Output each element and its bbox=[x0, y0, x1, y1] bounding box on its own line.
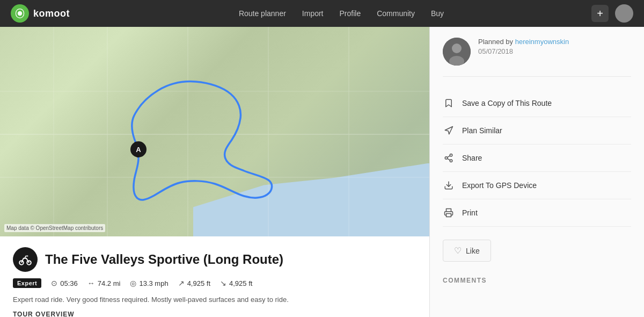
save-copy-label: Save a Copy of This Route bbox=[462, 99, 552, 107]
svg-point-11 bbox=[27, 255, 28, 256]
plan-similar-label: Plan Similar bbox=[462, 126, 502, 135]
nav-profile[interactable]: Profile bbox=[340, 9, 361, 18]
left-panel: A Map data © OpenStreetMap contributors … bbox=[0, 27, 429, 317]
difficulty-badge: Expert bbox=[13, 278, 41, 288]
export-gps-label: Export To GPS Device bbox=[462, 181, 537, 190]
planner-date: 05/07/2018 bbox=[478, 47, 631, 55]
distance-icon: ↔ bbox=[87, 279, 95, 287]
like-button[interactable]: ♡ Like bbox=[443, 240, 491, 262]
nav-community[interactable]: Community bbox=[377, 9, 415, 18]
route-info: The Five Valleys Sportive (Long Route) E… bbox=[0, 236, 429, 317]
compass-icon bbox=[443, 125, 455, 136]
map-background: A bbox=[0, 27, 429, 236]
svg-line-19 bbox=[447, 158, 450, 160]
elevation-down-icon: ↘ bbox=[220, 279, 226, 287]
header: komoot Route planner Import Profile Comm… bbox=[0, 0, 644, 27]
logo-icon bbox=[11, 4, 29, 23]
save-copy-action[interactable]: Save a Copy of This Route bbox=[443, 90, 631, 117]
print-label: Print bbox=[462, 208, 478, 217]
like-label: Like bbox=[466, 247, 480, 255]
map-credit: Map data © OpenStreetMap contributors bbox=[4, 224, 105, 232]
stat-elevation-up: ↗ 4,925 ft bbox=[178, 279, 210, 287]
stat-elevation-down: ↘ 4,925 ft bbox=[220, 279, 252, 287]
nav-import[interactable]: Import bbox=[302, 9, 324, 18]
route-path-svg bbox=[0, 27, 429, 236]
elevation-up-icon: ↗ bbox=[178, 279, 185, 287]
stat-distance: ↔ 74.2 mi bbox=[87, 279, 121, 287]
heart-icon: ♡ bbox=[454, 246, 462, 256]
export-gps-action[interactable]: Export To GPS Device bbox=[443, 172, 631, 199]
main-nav: Route planner Import Profile Community B… bbox=[91, 9, 591, 18]
like-section: ♡ Like bbox=[443, 240, 631, 262]
map-container[interactable]: A Map data © OpenStreetMap contributors bbox=[0, 27, 429, 236]
share-label: Share bbox=[462, 154, 482, 162]
right-panel: Planned by hereinmyownskin 05/07/2018 Sa… bbox=[429, 27, 644, 317]
plan-similar-action[interactable]: Plan Similar bbox=[443, 117, 631, 145]
bike-icon-circle bbox=[13, 247, 38, 272]
nav-buy[interactable]: Buy bbox=[431, 9, 444, 18]
main-layout: A Map data © OpenStreetMap contributors … bbox=[0, 27, 644, 317]
logo-text: komoot bbox=[33, 8, 70, 19]
planner-section: Planned by hereinmyownskin 05/07/2018 bbox=[443, 38, 631, 77]
planner-name-link[interactable]: hereinmyownskin bbox=[515, 38, 569, 46]
comments-label: COMMENTS bbox=[443, 277, 631, 284]
svg-marker-15 bbox=[445, 127, 452, 134]
clock-icon: ⊙ bbox=[51, 279, 57, 287]
header-right: + bbox=[591, 4, 633, 23]
planned-by-text: Planned by hereinmyownskin bbox=[478, 38, 631, 46]
stat-speed: ◎ 13.3 mph bbox=[130, 279, 168, 287]
stat-duration: ⊙ 05:36 bbox=[51, 279, 78, 287]
action-list: Save a Copy of This Route Plan Similar bbox=[443, 90, 631, 227]
comments-section: COMMENTS bbox=[443, 277, 631, 284]
tour-overview-label: TOUR OVERVIEW bbox=[13, 311, 416, 318]
svg-rect-22 bbox=[447, 214, 451, 217]
share-icon bbox=[443, 152, 455, 164]
speed-icon: ◎ bbox=[130, 279, 136, 287]
logo-area[interactable]: komoot bbox=[11, 4, 70, 23]
svg-point-13 bbox=[452, 44, 462, 53]
add-button[interactable]: + bbox=[591, 5, 609, 22]
bookmark-icon bbox=[443, 97, 455, 109]
bike-icon bbox=[18, 253, 32, 266]
download-icon bbox=[443, 179, 455, 191]
route-stats: Expert ⊙ 05:36 ↔ 74.2 mi ◎ 13.3 mph ↗ 4,… bbox=[13, 278, 416, 288]
planner-avatar bbox=[443, 38, 471, 66]
planner-info: Planned by hereinmyownskin 05/07/2018 bbox=[478, 38, 631, 55]
route-title: The Five Valleys Sportive (Long Route) bbox=[45, 252, 283, 267]
svg-line-20 bbox=[447, 156, 450, 157]
user-avatar[interactable] bbox=[615, 4, 633, 23]
print-action[interactable]: Print bbox=[443, 199, 631, 227]
print-icon bbox=[443, 207, 455, 219]
share-action[interactable]: Share bbox=[443, 145, 631, 172]
svg-point-0 bbox=[18, 11, 22, 16]
start-marker: A bbox=[130, 141, 147, 157]
route-title-row: The Five Valleys Sportive (Long Route) bbox=[13, 247, 416, 272]
nav-route-planner[interactable]: Route planner bbox=[239, 9, 286, 18]
planner-avatar-img bbox=[443, 38, 471, 66]
route-description: Expert road ride. Very good fitness requ… bbox=[13, 294, 416, 305]
